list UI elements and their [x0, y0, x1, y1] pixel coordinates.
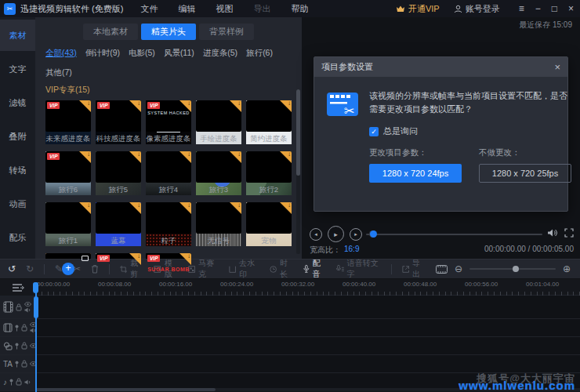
material-thumbnail[interactable]: VIP +: [196, 100, 241, 132]
menu-item[interactable]: 编辑: [178, 3, 195, 15]
download-badge-icon[interactable]: [79, 202, 91, 214]
playhead-handle[interactable]: [33, 282, 38, 293]
materials-scrollbar[interactable]: [296, 89, 300, 254]
download-badge-icon[interactable]: [280, 100, 292, 112]
sidebar-item[interactable]: 转场: [0, 154, 35, 186]
zoom-out-icon[interactable]: ⊖: [455, 263, 462, 274]
material-item[interactable]: VIP + 旅行2: [246, 151, 292, 195]
download-badge-icon[interactable]: [230, 202, 241, 214]
material-item[interactable]: VIP + 旅行1: [45, 202, 91, 246]
material-thumbnail[interactable]: VIP +: [96, 202, 141, 234]
category-link[interactable]: 进度条(5): [203, 48, 237, 59]
aspect-ratio-value[interactable]: 16:9: [344, 245, 359, 256]
category-link[interactable]: 风景(11): [164, 48, 194, 59]
category-link[interactable]: 全部(43): [45, 48, 77, 59]
prev-frame-button[interactable]: ◂: [310, 228, 322, 241]
materials-tab[interactable]: 精美片头: [141, 24, 196, 40]
sidebar-item[interactable]: 配乐: [0, 222, 35, 253]
fullscreen-icon[interactable]: [564, 228, 574, 238]
category-link[interactable]: 其他(7): [45, 67, 72, 78]
download-badge-icon[interactable]: [179, 253, 191, 265]
video-track[interactable]: [0, 296, 580, 319]
material-item[interactable]: VIP + 未来感进度条: [45, 100, 91, 144]
menu-item[interactable]: 帮助: [291, 3, 308, 15]
material-thumbnail[interactable]: VIP +: [246, 202, 292, 234]
materials-tab[interactable]: 本地素材: [83, 24, 138, 40]
material-thumbnail[interactable]: VIP + SUGAR BOMB: [146, 253, 191, 285]
text-track[interactable]: TA: [0, 355, 580, 373]
dialog-close-button[interactable]: ×: [554, 61, 560, 73]
material-item[interactable]: VIP + 旅行6: [45, 151, 91, 195]
export-button[interactable]: 导出: [402, 258, 426, 280]
add-to-timeline-button[interactable]: +: [62, 263, 74, 275]
material-item[interactable]: VIP + 蓝幕: [96, 202, 141, 246]
overlay-track[interactable]: [0, 337, 580, 355]
download-badge-icon[interactable]: [179, 151, 191, 163]
lock-icon[interactable]: [21, 324, 27, 332]
redo-button[interactable]: ↻: [26, 264, 34, 274]
material-item[interactable]: VIP + 手绘进度条: [196, 100, 241, 144]
dub-button[interactable]: 配音: [303, 258, 326, 280]
download-badge-icon[interactable]: [230, 100, 241, 112]
material-item[interactable]: VIP + 粒子: [146, 202, 191, 246]
material-thumbnail[interactable]: VIP +: [96, 151, 141, 183]
download-badge-icon[interactable]: [129, 202, 141, 214]
material-item[interactable]: VIP + 简约进度条: [246, 100, 292, 144]
next-frame-button[interactable]: ▸: [350, 228, 362, 241]
zoom-knob[interactable]: [513, 266, 519, 272]
menu-item[interactable]: 视图: [216, 3, 233, 15]
category-link[interactable]: 倒计时(9): [85, 48, 120, 59]
delete-button[interactable]: [91, 264, 99, 274]
material-thumbnail[interactable]: VIP +: [45, 100, 91, 132]
sidebar-item[interactable]: 素材: [0, 20, 35, 51]
material-thumbnail[interactable]: VIP +: [196, 151, 241, 183]
download-badge-icon[interactable]: [79, 151, 91, 163]
minimize-button[interactable]: −: [535, 3, 541, 14]
download-badge-icon[interactable]: [179, 100, 191, 112]
undo-button[interactable]: ↺: [8, 264, 16, 274]
material-item[interactable]: VIP + 宠物: [246, 202, 292, 246]
change-params-button[interactable]: 1280 x 720 24fps: [369, 164, 462, 183]
sidebar-item[interactable]: 叠附: [0, 121, 35, 152]
open-vip-button[interactable]: 开通VIP: [396, 3, 440, 15]
track-manager-button[interactable]: [0, 279, 35, 296]
material-thumbnail[interactable]: VIP +: [45, 202, 91, 234]
remove-watermark-button[interactable]: 去水印: [229, 258, 259, 280]
material-item[interactable]: VIP + 旅行3: [196, 151, 241, 195]
category-link[interactable]: 电影(5): [129, 48, 155, 59]
volume-icon[interactable]: [547, 228, 557, 238]
lock-icon[interactable]: [21, 342, 27, 350]
material-thumbnail[interactable]: VIP +: [146, 151, 191, 183]
material-item[interactable]: VIP + 旅行4: [146, 151, 191, 195]
lock-icon[interactable]: [16, 378, 22, 386]
sidebar-item[interactable]: 滤镜: [0, 87, 35, 118]
track-visibility-icon[interactable]: [24, 302, 31, 307]
material-thumbnail[interactable]: VIP + SYSTEM HACKED: [146, 100, 191, 132]
overlay-track-header[interactable]: [0, 337, 37, 354]
pin-icon[interactable]: [15, 361, 19, 368]
lock-icon[interactable]: [16, 303, 22, 311]
track-mute-icon[interactable]: [24, 379, 31, 385]
download-badge-icon[interactable]: [129, 151, 141, 163]
pip-track-lane[interactable]: [37, 319, 580, 336]
playhead-grip[interactable]: [34, 296, 38, 318]
mosaic-button[interactable]: 马赛克: [188, 258, 219, 280]
window-menu-button[interactable]: ≡: [519, 3, 524, 14]
pip-track-header[interactable]: [0, 319, 37, 336]
close-button[interactable]: ×: [568, 3, 574, 14]
material-thumbnail[interactable]: VIP +: [196, 202, 241, 234]
timeline-view-icon[interactable]: [436, 265, 448, 274]
material-item[interactable]: VIP + SYSTEM HACKED 像素感进度条: [146, 100, 191, 144]
seek-knob[interactable]: [370, 230, 377, 238]
text-track-lane[interactable]: [37, 355, 580, 372]
material-item[interactable]: VIP + 旅行5: [96, 151, 141, 195]
sidebar-item[interactable]: 文字: [0, 53, 35, 85]
video-track-lane[interactable]: [35, 296, 580, 318]
material-thumbnail[interactable]: VIP +: [45, 151, 91, 183]
material-thumbnail[interactable]: VIP +: [146, 202, 191, 234]
materials-tab[interactable]: 背景样例: [199, 24, 254, 40]
download-badge-icon[interactable]: [79, 100, 91, 112]
play-button[interactable]: ▸: [328, 226, 344, 242]
download-badge-icon[interactable]: [280, 202, 292, 214]
speech-to-text-button[interactable]: 语音转文字: [336, 258, 381, 280]
